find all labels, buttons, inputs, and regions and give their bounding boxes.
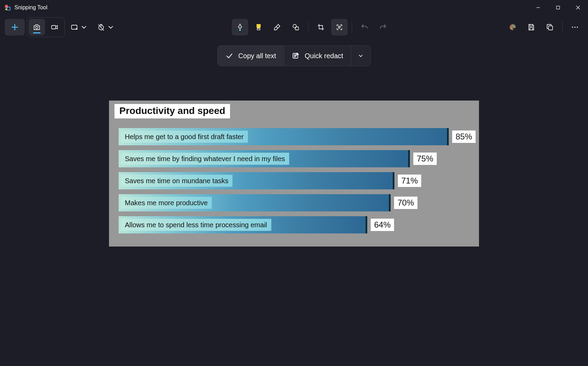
- redact-icon: [292, 52, 300, 60]
- svg-point-9: [36, 27, 38, 29]
- snip-shape-dropdown[interactable]: [67, 19, 91, 35]
- chart-bar-value: 64%: [371, 219, 394, 231]
- chevron-down-icon: [80, 23, 88, 31]
- rectangle-icon: [70, 23, 78, 31]
- active-underline: [33, 32, 41, 33]
- captured-image[interactable]: Productivity and speed Helps me get to a…: [109, 101, 479, 247]
- capture-mode-group: [27, 17, 65, 37]
- chart-bar-row: Saves me time by finding whatever I need…: [119, 150, 469, 167]
- titlebar: Snipping Tool: [0, 0, 588, 15]
- svg-point-28: [512, 25, 513, 26]
- chart-bar-value: 85%: [452, 130, 476, 143]
- svg-point-27: [511, 26, 512, 27]
- svg-rect-10: [52, 25, 56, 29]
- delay-dropdown[interactable]: [94, 19, 118, 35]
- text-actions-bar: Copy all text Quick redact: [217, 45, 371, 66]
- chart-bar-row: Saves me time on mundane tasks71%: [119, 172, 469, 189]
- video-icon: [51, 23, 59, 31]
- no-delay-icon: [97, 23, 105, 31]
- shapes-icon: [292, 23, 300, 31]
- toolbar-left-group: [5, 17, 118, 37]
- text-extract-button[interactable]: [331, 19, 348, 35]
- svg-rect-4: [557, 6, 560, 9]
- app-title: Snipping Tool: [14, 4, 47, 11]
- svg-point-29: [513, 26, 514, 27]
- text-actions-icon: [335, 23, 344, 31]
- pen-tool-button[interactable]: [232, 19, 248, 35]
- toolbar-separator: [352, 21, 352, 33]
- svg-rect-20: [257, 28, 260, 30]
- more-button[interactable]: [567, 19, 583, 35]
- toolbar-separator: [562, 21, 563, 33]
- svg-line-21: [276, 27, 278, 28]
- redo-button[interactable]: [375, 19, 391, 35]
- video-mode-button[interactable]: [46, 19, 63, 35]
- chart-bar-row: Makes me more productive70%: [119, 194, 469, 211]
- chart-bars: Helps me get to a good first draft faste…: [115, 128, 473, 233]
- svg-rect-32: [530, 28, 533, 30]
- redo-icon: [379, 23, 387, 31]
- minimize-button[interactable]: [528, 0, 548, 15]
- save-button[interactable]: [523, 19, 540, 35]
- quick-redact-button[interactable]: Quick redact: [284, 46, 351, 66]
- svg-rect-0: [5, 5, 8, 8]
- chart-bar-value: 71%: [398, 175, 421, 187]
- more-icon: [571, 23, 579, 31]
- eraser-icon: [273, 23, 281, 31]
- close-button[interactable]: [568, 0, 588, 15]
- svg-rect-33: [548, 26, 553, 30]
- chart-bar-value: 70%: [394, 197, 417, 209]
- chart-bar-row: Allows me to spend less time processing …: [119, 216, 469, 233]
- undo-icon: [360, 23, 369, 31]
- copy-all-text-button[interactable]: Copy all text: [218, 46, 284, 66]
- app-icon: [4, 4, 11, 11]
- chart-bar-value: 75%: [413, 153, 437, 165]
- svg-point-2: [5, 9, 7, 10]
- maximize-button[interactable]: [548, 0, 568, 15]
- svg-point-30: [511, 28, 512, 29]
- titlebar-left: Snipping Tool: [4, 4, 47, 11]
- copy-all-text-label: Copy all text: [238, 52, 276, 60]
- chevron-down-icon: [107, 23, 115, 31]
- quick-redact-dropdown[interactable]: [351, 46, 370, 66]
- chevron-down-icon: [357, 52, 364, 59]
- check-icon: [225, 52, 233, 60]
- crop-tool-button[interactable]: [313, 19, 329, 35]
- new-snip-button[interactable]: [5, 19, 25, 35]
- palette-icon: [509, 23, 517, 31]
- chart-bar-row: Helps me get to a good first draft faste…: [119, 128, 469, 145]
- highlighter-tool-button[interactable]: [250, 19, 267, 35]
- svg-point-34: [572, 27, 573, 28]
- chart-bar-label: Saves me time by finding whatever I need…: [121, 153, 289, 165]
- paint-edit-button[interactable]: [504, 19, 521, 35]
- chart-title: Productivity and speed: [115, 104, 230, 118]
- toolbar: [0, 15, 588, 39]
- chart-bar-label: Saves me time on mundane tasks: [121, 175, 232, 187]
- toolbar-center-group: [232, 19, 391, 35]
- svg-point-36: [577, 27, 578, 28]
- svg-point-35: [574, 27, 576, 28]
- plus-icon: [11, 23, 19, 31]
- quick-redact-label: Quick redact: [305, 52, 343, 60]
- crop-icon: [317, 23, 325, 31]
- shapes-tool-button[interactable]: [287, 19, 304, 35]
- highlighter-icon: [254, 23, 263, 31]
- toolbar-separator: [308, 21, 308, 33]
- window-controls: [528, 0, 588, 15]
- chart-bar-label: Makes me more productive: [121, 197, 212, 209]
- camera-icon: [33, 23, 41, 31]
- chart-bar-label: Helps me get to a good first draft faste…: [121, 131, 248, 143]
- save-icon: [527, 23, 535, 31]
- pen-icon: [236, 23, 244, 31]
- chart-bar-label: Allows me to spend less time processing …: [121, 219, 271, 231]
- copy-icon: [546, 23, 554, 31]
- content-area: Copy all text Quick redact Productivity …: [0, 39, 588, 366]
- eraser-tool-button[interactable]: [269, 19, 285, 35]
- photo-mode-button[interactable]: [29, 19, 45, 35]
- copy-button[interactable]: [542, 19, 558, 35]
- svg-point-22: [293, 24, 296, 28]
- undo-button[interactable]: [356, 19, 373, 35]
- toolbar-right-group: [504, 19, 583, 35]
- svg-rect-31: [530, 24, 533, 26]
